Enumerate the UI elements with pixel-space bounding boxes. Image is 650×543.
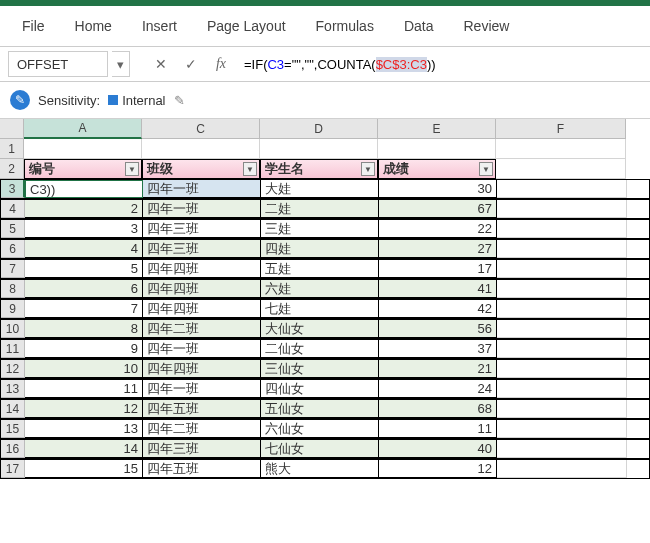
row-header[interactable]: 10 <box>1 320 25 338</box>
row-header[interactable]: 5 <box>1 220 25 238</box>
spreadsheet-grid[interactable]: A C D E F 1 2 编号▼ 班级▼ 学生名▼ 成绩▼ 3C3))四年一班… <box>0 119 650 479</box>
cell[interactable]: C3)) <box>25 180 143 198</box>
cell[interactable] <box>497 180 627 198</box>
cell[interactable]: 六仙女 <box>261 420 379 438</box>
cell[interactable]: 熊大 <box>261 460 379 478</box>
cell[interactable]: 2 <box>25 200 143 218</box>
cell[interactable]: 42 <box>379 300 497 318</box>
cell[interactable]: 三娃 <box>261 220 379 238</box>
cell[interactable]: 四年一班 <box>143 200 261 218</box>
cell[interactable]: 五仙女 <box>261 400 379 418</box>
cancel-formula-button[interactable]: ✕ <box>148 51 174 77</box>
row-header[interactable]: 3 <box>1 180 25 198</box>
cell[interactable] <box>496 139 626 159</box>
row-header[interactable]: 17 <box>1 460 25 478</box>
cell[interactable]: 12 <box>379 460 497 478</box>
cell[interactable]: 二娃 <box>261 200 379 218</box>
tab-formulas[interactable]: Formulas <box>316 18 374 34</box>
filter-dropdown-icon[interactable]: ▼ <box>479 162 493 176</box>
cell[interactable]: 11 <box>379 420 497 438</box>
cell[interactable]: 四年一班 <box>143 180 261 198</box>
cell[interactable] <box>497 360 627 378</box>
edit-sensitivity-button[interactable]: ✎ <box>174 93 185 108</box>
select-all-corner[interactable] <box>0 119 24 139</box>
cell[interactable]: 四年四班 <box>143 360 261 378</box>
cell[interactable] <box>260 139 378 159</box>
sensitivity-value[interactable]: Internal <box>108 93 165 108</box>
cell[interactable]: 七娃 <box>261 300 379 318</box>
cell[interactable] <box>497 400 627 418</box>
name-box-dropdown[interactable]: ▾ <box>112 51 130 77</box>
cell[interactable]: 9 <box>25 340 143 358</box>
cell[interactable] <box>142 139 260 159</box>
cell[interactable]: 四年五班 <box>143 400 261 418</box>
cell[interactable] <box>496 159 626 179</box>
cell[interactable]: 四年五班 <box>143 460 261 478</box>
cell[interactable]: 四年二班 <box>143 420 261 438</box>
tab-review[interactable]: Review <box>464 18 510 34</box>
cell[interactable]: 40 <box>379 440 497 458</box>
insert-function-button[interactable]: fx <box>208 51 234 77</box>
cell[interactable] <box>497 220 627 238</box>
cell[interactable]: 四年四班 <box>143 280 261 298</box>
cell[interactable]: 22 <box>379 220 497 238</box>
cell[interactable]: 15 <box>25 460 143 478</box>
cell[interactable]: 四年三班 <box>143 240 261 258</box>
cell[interactable] <box>497 420 627 438</box>
row-header[interactable]: 13 <box>1 380 25 398</box>
enter-formula-button[interactable]: ✓ <box>178 51 204 77</box>
cell[interactable]: 四年四班 <box>143 300 261 318</box>
cell[interactable] <box>497 320 627 338</box>
cell[interactable]: 四年三班 <box>143 220 261 238</box>
row-header[interactable]: 4 <box>1 200 25 218</box>
cell[interactable]: 四年一班 <box>143 380 261 398</box>
table-header-cell[interactable]: 学生名▼ <box>260 159 378 179</box>
tab-data[interactable]: Data <box>404 18 434 34</box>
cell[interactable]: 27 <box>379 240 497 258</box>
row-header[interactable]: 1 <box>0 139 24 159</box>
cell[interactable]: 11 <box>25 380 143 398</box>
cell[interactable]: 5 <box>25 260 143 278</box>
cell[interactable]: 四娃 <box>261 240 379 258</box>
cell[interactable]: 3 <box>25 220 143 238</box>
cell[interactable] <box>497 460 627 478</box>
cell[interactable]: 四仙女 <box>261 380 379 398</box>
row-header[interactable]: 9 <box>1 300 25 318</box>
tab-page-layout[interactable]: Page Layout <box>207 18 286 34</box>
row-header[interactable]: 6 <box>1 240 25 258</box>
row-header[interactable]: 14 <box>1 400 25 418</box>
col-header-A[interactable]: A <box>24 119 142 139</box>
formula-input[interactable]: =IF(C3="","",COUNTA($C$3:C3)) <box>238 51 642 77</box>
cell[interactable]: 四年四班 <box>143 260 261 278</box>
cell[interactable]: 4 <box>25 240 143 258</box>
cell[interactable]: 大仙女 <box>261 320 379 338</box>
cell[interactable]: 24 <box>379 380 497 398</box>
row-header[interactable]: 15 <box>1 420 25 438</box>
table-header-cell[interactable]: 编号▼ <box>24 159 142 179</box>
row-header[interactable]: 12 <box>1 360 25 378</box>
row-header[interactable]: 2 <box>0 159 24 179</box>
row-header[interactable]: 8 <box>1 280 25 298</box>
cell[interactable] <box>497 280 627 298</box>
col-header-F[interactable]: F <box>496 119 626 139</box>
row-header[interactable]: 16 <box>1 440 25 458</box>
cell[interactable]: 14 <box>25 440 143 458</box>
cell[interactable] <box>497 260 627 278</box>
cell[interactable]: 56 <box>379 320 497 338</box>
cell[interactable] <box>378 139 496 159</box>
cell[interactable] <box>497 300 627 318</box>
cell[interactable]: 12 <box>25 400 143 418</box>
cell[interactable]: 21 <box>379 360 497 378</box>
cell[interactable]: 三仙女 <box>261 360 379 378</box>
cell[interactable]: 四年三班 <box>143 440 261 458</box>
cell[interactable] <box>24 139 142 159</box>
row-header[interactable]: 11 <box>1 340 25 358</box>
cell[interactable]: 17 <box>379 260 497 278</box>
cell[interactable]: 30 <box>379 180 497 198</box>
col-header-E[interactable]: E <box>378 119 496 139</box>
cell[interactable]: 10 <box>25 360 143 378</box>
table-header-cell[interactable]: 班级▼ <box>142 159 260 179</box>
table-header-cell[interactable]: 成绩▼ <box>378 159 496 179</box>
cell[interactable]: 四年一班 <box>143 340 261 358</box>
tab-insert[interactable]: Insert <box>142 18 177 34</box>
